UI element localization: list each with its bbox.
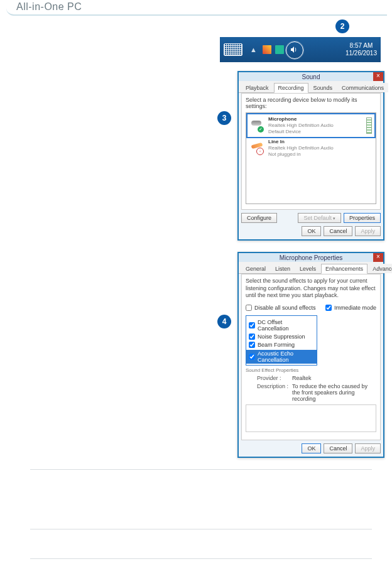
tab-recording[interactable]: Recording xyxy=(274,83,308,93)
effect-noise-suppression[interactable]: Noise Suppression xyxy=(249,334,314,340)
linein-icon: ↓ xyxy=(250,141,265,155)
mic-title: Microphone Properties xyxy=(280,254,343,261)
mic-properties-dialog: 4 Microphone Properties × General Listen… xyxy=(237,252,384,458)
callout-4: 4 xyxy=(217,315,231,328)
mic-titlebar: Microphone Properties × xyxy=(239,253,383,262)
microphone-icon: ✓ xyxy=(250,119,265,133)
dialog-button-row: OK Cancel Apply xyxy=(241,226,381,236)
effect-beam-forming[interactable]: Beam Forming xyxy=(249,342,314,348)
mic-tabs: General Listen Levels Enhancements Advan… xyxy=(239,262,383,274)
cancel-button[interactable]: Cancel xyxy=(324,226,352,236)
divider xyxy=(30,469,372,470)
immediate-mode-checkbox[interactable]: Immediate mode xyxy=(325,305,376,311)
callout-3: 3 xyxy=(217,111,231,125)
immediate-mode-input[interactable] xyxy=(325,305,332,311)
ok-button[interactable]: OK xyxy=(302,226,321,236)
network-icon xyxy=(275,45,284,54)
tab-listen[interactable]: Listen xyxy=(271,264,295,273)
ok-button[interactable]: OK xyxy=(302,443,321,453)
device-text: Line In Realtek High Definition Audio No… xyxy=(268,139,334,158)
page-header: All-in-One PC xyxy=(6,1,387,16)
recording-label: Select a recording device below to modif… xyxy=(246,97,376,109)
time-text: 8:57 AM xyxy=(346,42,377,50)
keyboard-icon xyxy=(224,43,242,56)
effect-acoustic-echo[interactable]: Acoustic Echo Cancellation xyxy=(246,350,317,364)
instruction-section: 2 ▲ 8:57 AM 11/26/2013 3 Sound × Playbac… xyxy=(0,16,392,574)
disable-all-checkbox[interactable]: Disable all sound effects xyxy=(246,305,315,311)
divider xyxy=(30,558,372,559)
device-linein[interactable]: ↓ Line In Realtek High Definition Audio … xyxy=(248,137,374,160)
action-center-icon xyxy=(263,45,271,54)
tray-chevron-icon: ▲ xyxy=(250,46,257,53)
tab-sounds[interactable]: Sounds xyxy=(309,83,337,92)
apply-button[interactable]: Apply xyxy=(355,443,381,453)
callout-2: 2 xyxy=(335,19,349,33)
config-button-row: Configure Set Default Properties xyxy=(241,213,381,223)
divider xyxy=(30,529,372,529)
device-text: Microphone Realtek High Definition Audio… xyxy=(268,116,334,135)
device-microphone[interactable]: ✓ Microphone Realtek High Definition Aud… xyxy=(248,114,374,137)
sound-effect-properties-label: Sound Effect Properties xyxy=(246,367,376,373)
clock: 8:57 AM 11/26/2013 xyxy=(346,42,377,57)
tab-levels[interactable]: Levels xyxy=(295,264,320,273)
enhancements-panel: Select the sound effects to apply for yo… xyxy=(241,274,381,440)
disable-row: Disable all sound effects Immediate mode xyxy=(246,303,376,313)
recording-panel: Select a recording device below to modif… xyxy=(241,93,381,210)
description-row: Description : To reduce the echo caused … xyxy=(257,383,376,402)
sound-title: Sound xyxy=(302,73,320,80)
set-default-button[interactable]: Set Default xyxy=(298,213,340,223)
settings-box xyxy=(246,404,376,432)
date-text: 11/26/2013 xyxy=(346,50,377,57)
apply-button[interactable]: Apply xyxy=(355,226,381,236)
brand-title: All-in-One PC xyxy=(16,1,82,12)
enhancements-label: Select the sound effects to apply for yo… xyxy=(246,278,376,300)
tab-playback[interactable]: Playback xyxy=(241,83,273,92)
effect-dc-offset[interactable]: DC Offset Cancellation xyxy=(249,319,314,332)
disable-all-input[interactable] xyxy=(246,305,252,311)
dialog-button-row: OK Cancel Apply xyxy=(241,443,381,453)
volume-icon xyxy=(290,45,298,54)
sound-dialog: 3 Sound × Playback Recording Sounds Comm… xyxy=(237,71,384,241)
tab-enhancements[interactable]: Enhancements xyxy=(321,264,368,274)
tab-communications[interactable]: Communications xyxy=(337,83,388,92)
properties-button[interactable]: Properties xyxy=(344,213,381,223)
highlight-circle xyxy=(286,41,303,59)
close-button[interactable]: × xyxy=(373,72,383,81)
sound-titlebar: Sound × xyxy=(239,72,383,81)
level-meter-icon xyxy=(366,117,372,134)
provider-row: Provider : Realtek xyxy=(257,375,376,381)
effects-list: DC Offset Cancellation Noise Suppression… xyxy=(246,315,317,366)
device-list: ✓ Microphone Realtek High Definition Aud… xyxy=(246,112,376,204)
sound-tabs: Playback Recording Sounds Communications xyxy=(239,81,383,93)
taskbar-screenshot: 2 ▲ 8:57 AM 11/26/2013 xyxy=(220,37,381,62)
close-button[interactable]: × xyxy=(373,253,383,262)
configure-button[interactable]: Configure xyxy=(241,213,277,223)
cancel-button[interactable]: Cancel xyxy=(324,443,352,453)
tab-advanced[interactable]: Advanced xyxy=(368,264,392,273)
tab-general[interactable]: General xyxy=(241,264,270,273)
